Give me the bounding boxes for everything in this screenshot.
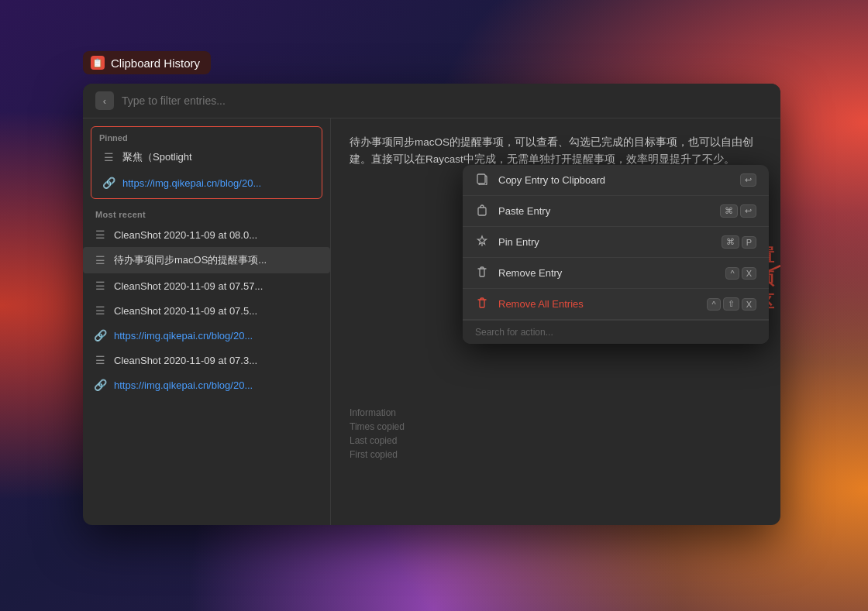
left-panel: Pinned ☰ 聚焦（Spotlight 🔗 https://img.qike… <box>83 118 331 525</box>
copy-entry-label: Copy Entry to Clipboard <box>498 174 605 186</box>
pin-shortcut: ⌘ P <box>722 235 756 249</box>
doc-icon: ☰ <box>102 151 115 163</box>
svg-rect-1 <box>477 174 485 184</box>
remove-all-label: Remove All Entries <box>498 298 584 310</box>
ctrl-key: ^ <box>725 267 739 280</box>
context-menu: Copy Entry to Clipboard ↩ <box>463 165 769 344</box>
paste-icon <box>475 204 489 218</box>
pin-entry-menu-item[interactable]: Pin Entry ⌘ P <box>463 227 769 258</box>
cmd-key: ⌘ <box>720 204 738 218</box>
pinned-label: Pinned <box>91 130 322 144</box>
copy-shortcut: ↩ <box>740 173 756 187</box>
info-section: Information Times copied Last copied Fir… <box>350 407 405 463</box>
list-item[interactable]: ☰ CleanShot 2020-11-09 at 07.57... <box>83 273 330 298</box>
right-panel: 待办事项同步macOS的提醒事项，可以查看、勾选已完成的目标事项，也可以自由创建… <box>331 118 780 525</box>
trash-all-icon <box>475 297 489 311</box>
link-icon: 🔗 <box>94 379 106 391</box>
list-item[interactable]: ☰ CleanShot 2020-11-09 at 07.5... <box>83 298 330 323</box>
item-text: https://img.qikepai.cn/blog/20... <box>114 379 319 391</box>
paste-entry-label: Paste Entry <box>498 205 550 217</box>
pinned-section: Pinned ☰ 聚焦（Spotlight 🔗 https://img.qike… <box>91 126 322 199</box>
item-text: https://img.qikepai.cn/blog/20... <box>114 330 319 342</box>
action-search: Search for action... <box>463 320 769 344</box>
info-label: Information <box>350 407 405 418</box>
copy-entry-menu-item[interactable]: Copy Entry to Clipboard ↩ <box>463 165 769 196</box>
list-item-selected[interactable]: ☰ 待办事项同步macOS的提醒事项... <box>83 247 330 273</box>
first-copied-label: First copied <box>350 449 405 460</box>
paste-shortcut: ⌘ ↩ <box>720 204 756 218</box>
item-text: 待办事项同步macOS的提醒事项... <box>114 253 319 267</box>
search-bar: ‹ <box>83 84 780 118</box>
paste-entry-menu-item[interactable]: Paste Entry ⌘ ↩ <box>463 196 769 227</box>
back-button[interactable]: ‹ <box>95 91 114 110</box>
remove-entry-menu-item[interactable]: Remove Entry ^ X <box>463 258 769 289</box>
ctrl-key: ^ <box>707 298 720 311</box>
remove-all-shortcut: ^ ⇧ X <box>707 297 756 311</box>
list-item[interactable]: 🔗 https://img.qikepai.cn/blog/20... <box>91 170 322 195</box>
list-item[interactable]: ☰ 聚焦（Spotlight <box>91 144 322 170</box>
most-recent-label: Most recent <box>83 205 330 222</box>
shift-key: ⇧ <box>723 297 739 311</box>
content-area: Pinned ☰ 聚焦（Spotlight 🔗 https://img.qike… <box>83 118 780 525</box>
item-text: https://img.qikepai.cn/blog/20... <box>122 177 311 189</box>
doc-icon: ☰ <box>94 354 106 366</box>
pin-icon <box>475 235 489 249</box>
x-key: X <box>742 298 756 311</box>
title-bar: 📋 Clipboard History <box>83 51 211 74</box>
list-item[interactable]: ☰ CleanShot 2020-11-09 at 07.3... <box>83 348 330 372</box>
p-key: P <box>742 236 756 249</box>
list-item[interactable]: 🔗 https://img.qikepai.cn/blog/20... <box>83 372 330 397</box>
menu-item-left: Pin Entry <box>475 235 539 249</box>
action-search-text: Search for action... <box>475 327 553 338</box>
remove-shortcut: ^ X <box>725 267 756 280</box>
trash-icon <box>475 266 489 280</box>
list-item[interactable]: 🔗 https://img.qikepai.cn/blog/20... <box>83 323 330 348</box>
item-text: 聚焦（Spotlight <box>122 150 311 164</box>
menu-item-left: Paste Entry <box>475 204 550 218</box>
item-text: CleanShot 2020-11-09 at 07.57... <box>114 280 319 292</box>
pin-entry-label: Pin Entry <box>498 236 539 248</box>
last-copied-label: Last copied <box>350 435 405 446</box>
doc-icon: ☰ <box>94 304 106 317</box>
svg-rect-2 <box>478 208 486 215</box>
app-icon: 📋 <box>91 56 105 70</box>
list-item[interactable]: ☰ CleanShot 2020-11-09 at 08.0... <box>83 222 330 247</box>
menu-item-left: Remove Entry <box>475 266 562 280</box>
remove-all-menu-item[interactable]: Remove All Entries ^ ⇧ X <box>463 289 769 320</box>
search-input[interactable] <box>122 94 768 107</box>
link-icon: 🔗 <box>94 329 106 342</box>
main-window: ‹ Pinned ☰ 聚焦（Spotlight 🔗 https://img.qi… <box>83 84 780 525</box>
menu-item-left: Copy Entry to Clipboard <box>475 173 605 187</box>
cmd-key: ⌘ <box>722 235 739 249</box>
link-icon: 🔗 <box>102 177 115 189</box>
times-copied-label: Times copied <box>350 421 405 432</box>
copy-icon <box>475 173 489 187</box>
item-text: CleanShot 2020-11-09 at 08.0... <box>114 229 319 241</box>
doc-icon: ☰ <box>94 228 106 241</box>
app-title: Clipboard History <box>111 57 200 70</box>
remove-entry-label: Remove Entry <box>498 267 562 279</box>
x-key: X <box>742 267 756 280</box>
menu-item-left: Remove All Entries <box>475 297 584 311</box>
item-text: CleanShot 2020-11-09 at 07.3... <box>114 355 319 366</box>
enter-key: ↩ <box>740 173 756 187</box>
enter-key: ↩ <box>740 204 756 218</box>
item-text: CleanShot 2020-11-09 at 07.5... <box>114 305 319 317</box>
doc-icon: ☰ <box>94 254 106 266</box>
doc-icon: ☰ <box>94 280 106 292</box>
